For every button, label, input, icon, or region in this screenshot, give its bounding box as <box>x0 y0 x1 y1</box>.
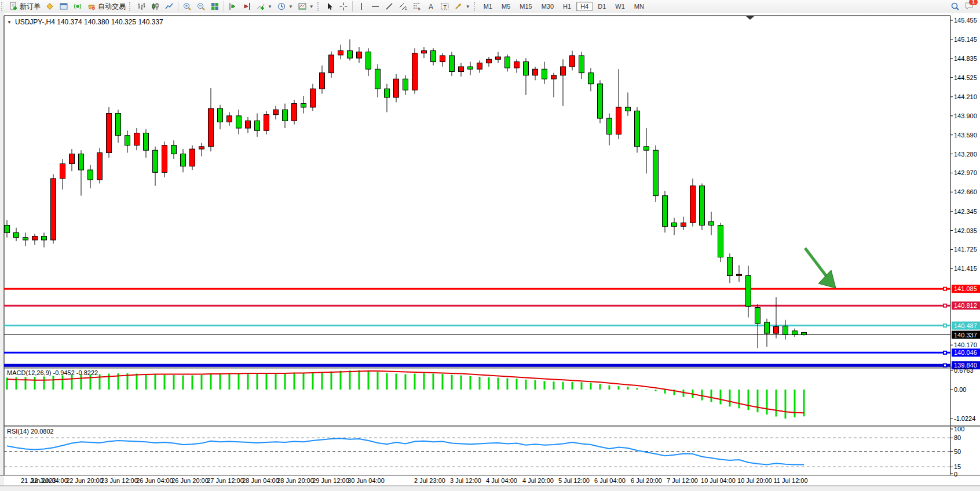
timeframe-button-m15[interactable]: M15 <box>515 2 536 11</box>
candle-body <box>125 136 130 146</box>
zoom-out-button[interactable] <box>194 0 208 13</box>
svg-text:10 Jul 20:00: 10 Jul 20:00 <box>737 477 772 484</box>
macd-histogram-bar <box>433 374 434 390</box>
timeframe-button-h1[interactable]: H1 <box>559 2 575 11</box>
candle-body <box>681 223 686 226</box>
svg-text:144.210: 144.210 <box>954 93 977 100</box>
candle-body <box>487 59 492 63</box>
text-label-tool-button[interactable]: T <box>438 0 452 13</box>
candle-body <box>301 104 306 107</box>
toolbar-grip <box>1 2 5 11</box>
macd-histogram-bar <box>581 382 583 390</box>
svg-text:T: T <box>443 4 447 10</box>
macd-histogram-bar <box>53 376 54 390</box>
chevron-down-icon[interactable]: ▼ <box>466 4 470 9</box>
svg-text:26 Jun 20:00: 26 Jun 20:00 <box>171 477 209 484</box>
candle-body <box>264 115 269 131</box>
timeframe-button-w1[interactable]: W1 <box>611 2 629 11</box>
macd-histogram-bar <box>627 387 629 390</box>
timeframe-button-m30[interactable]: M30 <box>537 2 558 11</box>
symbol-dropdown-icon[interactable]: ▼ <box>7 20 12 25</box>
macd-label: MACD(12,26,9) -0.9452 -0.8222 <box>7 369 98 376</box>
text-icon: A <box>426 2 436 11</box>
timeframe-button-m1[interactable]: M1 <box>480 2 496 11</box>
chevron-down-icon[interactable]: ▼ <box>268 4 272 9</box>
mt4-window: 新订单 自动交易 <box>0 0 980 491</box>
chevron-down-icon[interactable]: ▼ <box>309 4 314 9</box>
timeframe-button-d1[interactable]: D1 <box>594 2 610 11</box>
macd-histogram-bar <box>331 372 332 390</box>
timeframe-button-h4[interactable]: H4 <box>576 2 593 11</box>
bar-chart-button[interactable] <box>134 0 148 13</box>
channel-tool-button[interactable]: E <box>396 0 410 13</box>
svg-text:5 Jul 12:00: 5 Jul 12:00 <box>558 477 590 484</box>
candle-body <box>153 150 158 172</box>
market-watch-button[interactable] <box>57 0 71 13</box>
quotes-button[interactable] <box>43 0 57 13</box>
svg-text:50: 50 <box>954 448 961 455</box>
candle-body <box>607 118 612 134</box>
macd-histogram-bar <box>711 390 712 402</box>
chart-area[interactable]: 145.455145.145144.835144.525144.210143.9… <box>0 13 980 491</box>
vertical-line-tool-button[interactable] <box>354 0 368 13</box>
macd-histogram-bar <box>757 390 759 412</box>
toolbar-separator <box>178 1 178 12</box>
tile-windows-button[interactable] <box>208 0 222 13</box>
periods-button[interactable]: ▼ <box>275 0 295 13</box>
indicators-button[interactable]: ▼ <box>254 0 275 13</box>
signals-button[interactable] <box>71 0 85 13</box>
candle-body <box>209 108 214 147</box>
price-badge-140.812: 140.812 <box>952 301 980 310</box>
macd-histogram-bar <box>321 372 323 390</box>
macd-histogram-bar <box>609 385 610 390</box>
chevron-down-icon[interactable]: ▼ <box>288 4 293 9</box>
timeframe-button-m5[interactable]: M5 <box>498 2 514 11</box>
fibonacci-tool-button[interactable]: F <box>410 0 424 13</box>
chart-shift-end-icon <box>228 2 237 11</box>
candle-body <box>329 55 334 73</box>
horizontal-line-tool-button[interactable] <box>368 0 382 13</box>
timeframe-button-mn[interactable]: MN <box>630 2 648 11</box>
candlestick-chart-button[interactable] <box>148 0 162 13</box>
cursor-icon <box>325 2 334 11</box>
macd-histogram-bar <box>664 390 666 394</box>
notifications-button[interactable]: 1 <box>964 1 974 12</box>
line-chart-icon <box>164 2 174 11</box>
macd-histogram-bar <box>257 374 258 390</box>
templates-button[interactable]: ▼ <box>295 0 316 13</box>
svg-text:141.725: 141.725 <box>954 246 977 253</box>
candle-body <box>366 52 371 70</box>
macd-histogram-bar <box>637 388 638 390</box>
usdjpy-h4-chart[interactable]: 145.455145.145144.835144.525144.210143.9… <box>0 13 980 491</box>
chart-title: USDJPY-,H4 140.374 140.380 140.325 140.3… <box>15 18 163 26</box>
chart-shift-end-button[interactable] <box>226 0 240 13</box>
equidistant-channel-icon: E <box>398 2 408 11</box>
cursor-tool-button[interactable] <box>323 0 337 13</box>
bottom-strip <box>0 486 980 491</box>
svg-text:29 Jun 12:00: 29 Jun 12:00 <box>312 477 349 484</box>
crosshair-tool-button[interactable] <box>337 0 350 13</box>
macd-histogram-bar <box>590 383 592 390</box>
chart-shift-button[interactable] <box>240 0 254 13</box>
macd-histogram-bar <box>155 374 156 390</box>
text-tool-button[interactable]: A <box>424 0 438 13</box>
new-order-button[interactable]: 新订单 <box>6 0 43 13</box>
autotrading-button[interactable]: 自动交易 <box>85 0 128 13</box>
svg-text:144.835: 144.835 <box>954 55 977 62</box>
line-chart-button[interactable] <box>162 0 176 13</box>
macd-histogram-bar <box>460 376 462 390</box>
svg-text:0.00: 0.00 <box>954 386 966 393</box>
macd-histogram-bar <box>423 373 425 390</box>
timeframe-toolbar: M1M5M15M30H1H4D1W1MN <box>479 2 649 11</box>
svg-text:11 Jul 12:00: 11 Jul 12:00 <box>773 477 807 484</box>
trendline-tool-button[interactable] <box>382 0 396 13</box>
candle-body <box>88 170 93 180</box>
svg-text:0.6763: 0.6763 <box>954 367 974 374</box>
macd-histogram-bar <box>776 390 777 417</box>
arrows-tool-button[interactable]: ▼ <box>452 0 473 13</box>
search-icon[interactable] <box>950 2 960 11</box>
macd-histogram-bar <box>368 371 370 390</box>
macd-histogram-bar <box>655 390 657 391</box>
svg-text:143.590: 143.590 <box>954 132 977 139</box>
zoom-in-button[interactable] <box>180 0 194 13</box>
